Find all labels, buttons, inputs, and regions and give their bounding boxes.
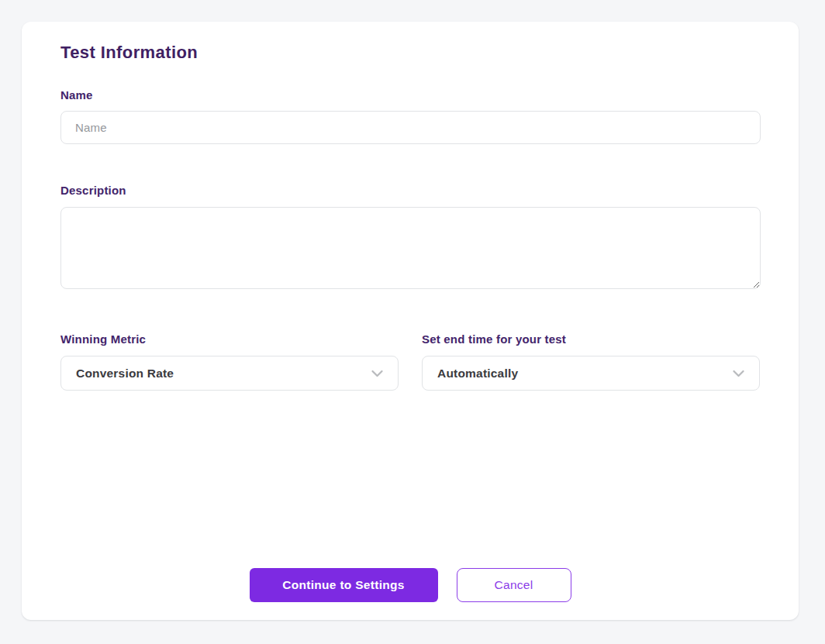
end-time-value: Automatically	[437, 367, 518, 381]
winning-metric-label: Winning Metric	[60, 332, 399, 346]
end-time-label: Set end time for your test	[422, 332, 760, 346]
winning-metric-field: Winning Metric Conversion Rate	[60, 332, 399, 391]
test-information-card: Test Information Name Description Winnin…	[22, 22, 799, 620]
page-title: Test Information	[60, 43, 760, 63]
winning-metric-value: Conversion Rate	[76, 367, 174, 381]
name-label: Name	[60, 88, 760, 102]
winning-metric-select[interactable]: Conversion Rate	[60, 356, 399, 391]
name-input[interactable]	[60, 111, 761, 144]
chevron-down-icon	[733, 370, 744, 377]
description-textarea[interactable]	[60, 207, 761, 289]
actions-bar: Continue to Settings Cancel	[22, 568, 799, 602]
chevron-down-icon	[371, 370, 383, 377]
end-time-field: Set end time for your test Automatically	[422, 332, 760, 391]
end-time-select[interactable]: Automatically	[422, 356, 760, 391]
select-row: Winning Metric Conversion Rate Set end t…	[60, 332, 760, 391]
cancel-button[interactable]: Cancel	[457, 568, 571, 602]
description-label: Description	[60, 184, 760, 197]
continue-to-settings-button[interactable]: Continue to Settings	[250, 568, 438, 602]
